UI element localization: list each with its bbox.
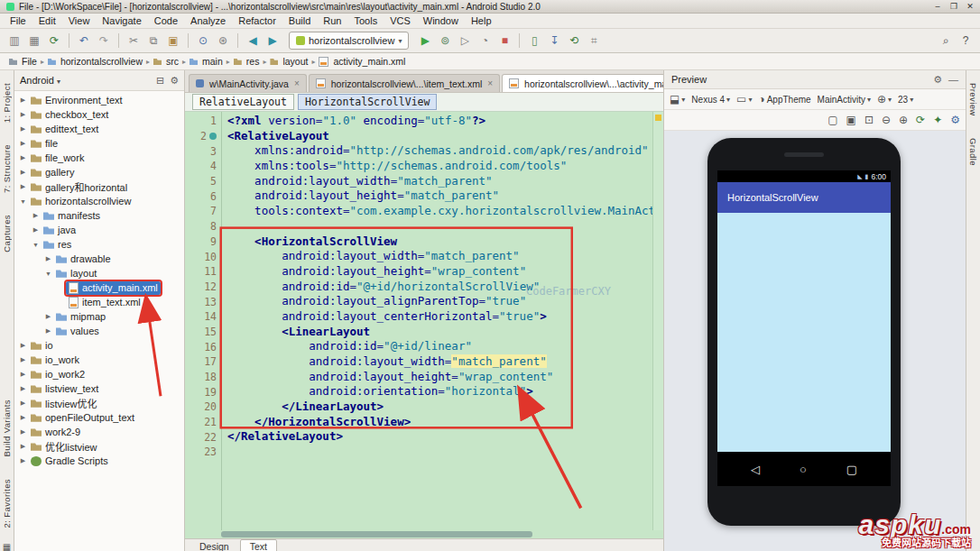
show-design-icon[interactable]: ▢ [827, 114, 837, 126]
run-icon[interactable]: ▶ [416, 32, 434, 49]
expand-arrow-icon[interactable]: ▶ [18, 385, 28, 392]
tree-item-io_work[interactable]: ▶io_work [14, 353, 184, 367]
run-configuration-selector[interactable]: horizontalscrollview ▾ [289, 32, 409, 50]
menu-item-refactor[interactable]: Refactor [232, 15, 282, 26]
horizontal-scrollbar[interactable] [221, 530, 653, 538]
forward-icon[interactable]: ▶ [263, 32, 282, 49]
toolwindow-tab-7-structure[interactable]: 7: Structure [2, 144, 12, 193]
maximize-button[interactable]: ❐ [946, 2, 962, 11]
render-settings-icon[interactable]: ⚙ [950, 114, 960, 126]
toolwindow-tab-1-project[interactable]: 1: Project [2, 83, 12, 123]
code-line[interactable]: android:layout_width="match_parent" [227, 174, 663, 189]
code-line[interactable]: android:layout_height="wrap_content" [227, 264, 663, 280]
expand-arrow-icon[interactable]: ▶ [18, 169, 28, 176]
close-button[interactable]: ✕ [962, 2, 978, 11]
editor-error-stripe[interactable] [652, 112, 663, 530]
code-line[interactable]: android:layout_alignParentTop="true" [227, 294, 663, 309]
tree-item-file[interactable]: ▶file [14, 136, 184, 151]
tree-item-item_text.xml[interactable]: item_text.xml [14, 295, 184, 309]
tree-item-io_work2[interactable]: ▶io_work2 [14, 367, 184, 381]
expand-arrow-icon[interactable]: ▶ [18, 96, 28, 104]
code-line[interactable]: android:layout_height="match_parent" [227, 188, 663, 204]
menu-item-edit[interactable]: Edit [32, 15, 62, 26]
warning-marker[interactable] [655, 115, 661, 121]
code-line[interactable]: tools:context="com.example.cxy.horizonta… [227, 204, 663, 219]
sync-icon[interactable]: ⟳ [45, 32, 63, 49]
toolwindow-tab-gradle[interactable]: Gradle [968, 138, 978, 166]
home-nav-icon[interactable]: ○ [800, 463, 807, 476]
code-line[interactable]: </LinearLayout> [227, 399, 663, 415]
breadcrumb-src[interactable]: src [152, 56, 180, 67]
gradle-sync-icon[interactable]: ⟲ [565, 32, 583, 49]
tree-item-environment_text[interactable]: ▶Environment_text [14, 93, 184, 107]
target-selector[interactable]: ▭▾ [736, 93, 752, 106]
recents-nav-icon[interactable]: ▢ [846, 463, 857, 476]
expand-arrow-icon[interactable]: ▼ [18, 198, 28, 205]
tree-item-manifests[interactable]: ▶manifests [14, 208, 184, 223]
menu-item-navigate[interactable]: Navigate [96, 15, 147, 26]
code-line[interactable]: android:id="@+id/linear" [227, 339, 663, 354]
editor-breadcrumb-relativelayout[interactable]: RelativeLayout [192, 94, 294, 110]
expand-arrow-icon[interactable]: ▶ [18, 342, 28, 349]
toolwindow-tab-captures[interactable]: Captures [2, 215, 12, 253]
settings-icon[interactable]: ⚙ [933, 74, 942, 86]
expand-arrow-icon[interactable]: ▶ [18, 111, 28, 118]
tree-item-mipmap[interactable]: ▶mipmap [14, 309, 184, 324]
toolwindow-tab-2-favorites[interactable]: 2: Favorites [2, 479, 12, 528]
project-structure-icon[interactable]: ⌗ [585, 32, 603, 49]
menu-item-window[interactable]: Window [417, 15, 465, 26]
tree-item-gallery[interactable]: ▶gallery [14, 165, 184, 179]
tree-item-layout[interactable]: ▼layout [14, 266, 184, 280]
expand-arrow-icon[interactable]: ▶ [43, 327, 53, 335]
save-all-icon[interactable]: ▦ [25, 32, 43, 49]
expand-arrow-icon[interactable]: ▶ [18, 414, 28, 421]
show-blueprint-icon[interactable]: ▣ [846, 114, 856, 126]
expand-arrow-icon[interactable]: ▶ [18, 399, 28, 407]
editor-mode-tab-design[interactable]: Design [190, 540, 238, 551]
theme-selector[interactable]: ◑AppTheme [758, 93, 810, 106]
tree-item-listview_text[interactable]: ▶listview_text [14, 381, 184, 396]
breadcrumb-file[interactable]: File [7, 56, 39, 67]
toolwindow-switcher-icon[interactable]: ▦ [3, 542, 11, 551]
code-line[interactable]: <LinearLayout [227, 325, 663, 340]
editor-gutter-icon[interactable] [209, 133, 217, 140]
code-line[interactable] [227, 445, 663, 460]
tree-item-checkbox_text[interactable]: ▶checkbox_text [14, 107, 184, 122]
tree-item-horizontalscrollview[interactable]: ▼horizontalscrollview [14, 194, 184, 208]
breadcrumb-res[interactable]: res [232, 56, 262, 67]
activity-selector[interactable]: MainActivity▾ [818, 95, 871, 105]
editor-tab-item_text.xml[interactable]: horizontalscrollview\...\item_text.xml× [309, 74, 500, 92]
sdk-manager-icon[interactable]: ↧ [545, 32, 563, 49]
expand-arrow-icon[interactable]: ▶ [18, 371, 28, 378]
open-icon[interactable]: ▥ [5, 32, 23, 49]
toolwindow-tab-preview[interactable]: Preview [968, 83, 978, 116]
expand-arrow-icon[interactable]: ▶ [18, 443, 28, 450]
code-line[interactable]: <RelativeLayout [227, 129, 663, 144]
code-editor[interactable]: 1234567891011121314151617181920212223 <?… [185, 112, 663, 538]
expand-arrow-icon[interactable]: ▶ [31, 212, 41, 219]
close-tab-icon[interactable]: × [487, 78, 493, 88]
back-nav-icon[interactable]: ◁ [751, 463, 760, 476]
locale-selector[interactable]: ⊕▾ [877, 93, 892, 106]
api-selector[interactable]: 23▾ [898, 95, 913, 105]
tree-item-gallery-horizontal[interactable]: ▶gallery和horizontal [14, 179, 184, 194]
code-line[interactable]: android:orientation="horizontal"> [227, 384, 663, 399]
refresh-icon[interactable]: ⟳ [916, 114, 925, 126]
expand-arrow-icon[interactable]: ▼ [43, 271, 53, 277]
scrollbar-thumb[interactable] [221, 531, 532, 537]
tree-item-listview-[interactable]: ▶listview优化 [14, 396, 184, 410]
help-icon[interactable]: ? [957, 32, 975, 49]
zoom-in-icon[interactable]: ⊕ [899, 114, 908, 126]
tree-item-java[interactable]: ▶java [14, 223, 184, 237]
tree-item--listview[interactable]: ▶优化listview [14, 439, 184, 454]
collapse-all-icon[interactable]: ⊟ [156, 75, 164, 87]
search-everywhere-icon[interactable]: ⌕ [937, 32, 955, 49]
cut-icon[interactable]: ✂ [125, 32, 143, 49]
debug-icon[interactable]: ⊚ [436, 32, 454, 49]
code-line[interactable]: android:id="@+id/horizontalScrollView" [227, 280, 663, 295]
expand-arrow-icon[interactable]: ▶ [18, 457, 28, 464]
code-line[interactable]: android:layout_width="match_parent" [227, 249, 663, 264]
close-tab-icon[interactable]: × [294, 78, 300, 88]
code-line[interactable]: <HorizontalScrollView [227, 234, 663, 250]
screenshot-icon[interactable]: ✦ [933, 114, 942, 126]
